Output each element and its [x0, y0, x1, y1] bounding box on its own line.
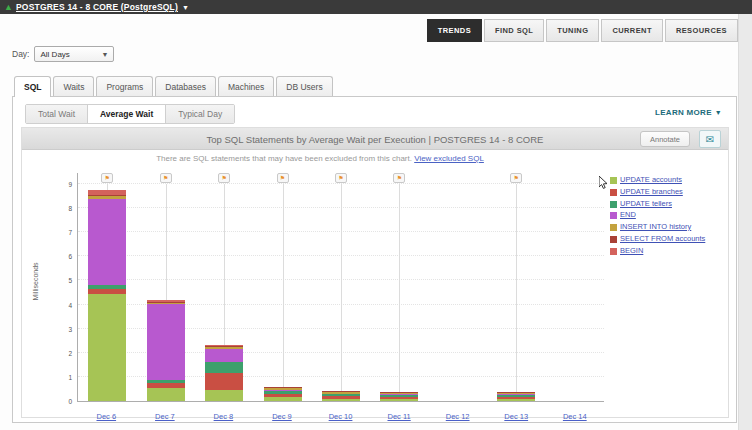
bar-segment[interactable] — [497, 399, 535, 401]
x-axis-date-link[interactable]: Dec 11 — [387, 412, 410, 421]
annotation-flag-icon[interactable]: ⚑ — [101, 173, 113, 183]
legend-item[interactable]: UPDATE accounts — [610, 176, 705, 184]
chart-column: ⚑ — [370, 173, 428, 401]
annotate-button[interactable]: Annotate — [640, 131, 690, 147]
bar-segment[interactable] — [205, 390, 243, 401]
chevron-down-icon: ▼ — [715, 109, 722, 116]
tab-waits[interactable]: Waits — [53, 76, 94, 96]
legend-sql-link[interactable]: UPDATE branches — [620, 188, 683, 196]
bar-segment[interactable] — [205, 373, 243, 390]
database-instance-link[interactable]: POSTGRES 14 - 8 CORE (PostgreSQL)▼ — [16, 1, 189, 14]
legend-sql-link[interactable]: UPDATE accounts — [620, 176, 682, 184]
stacked-bar-dec-6[interactable] — [88, 190, 126, 401]
category-tabs: SQL Waits Programs Databases Machines DB… — [14, 76, 333, 97]
learn-more-label: LEARN MORE — [655, 108, 712, 117]
day-select[interactable]: All Days ▼ — [34, 46, 114, 62]
y-tick-label: 3 — [68, 326, 72, 333]
annotation-flag-icon[interactable]: ⚑ — [277, 173, 289, 183]
bar-segment[interactable] — [88, 294, 126, 401]
chart-column: ⚑ — [195, 173, 253, 401]
nav-trends-button[interactable]: TRENDS — [427, 19, 482, 42]
x-axis-date-link[interactable]: Dec 12 — [446, 412, 470, 421]
bar-segment[interactable] — [147, 304, 185, 380]
chart-header: Top SQL Statements by Average Wait per E… — [22, 128, 728, 150]
legend-swatch — [610, 177, 617, 184]
bar-segment[interactable] — [322, 399, 360, 401]
legend-sql-link[interactable]: SELECT FROM accounts — [620, 235, 705, 243]
annotation-flag-icon[interactable]: ⚑ — [335, 173, 347, 183]
annotation-flag-icon[interactable]: ⚑ — [510, 173, 522, 183]
legend-sql-link[interactable]: BEGIN — [620, 247, 643, 255]
x-axis-date-link[interactable]: Dec 10 — [329, 412, 353, 421]
day-selector-row: Day: All Days ▼ — [12, 46, 114, 62]
x-axis-date-link[interactable]: Dec 9 — [272, 412, 292, 421]
legend-item[interactable]: INSERT INTO history — [610, 223, 705, 231]
chart-column: ⚑ — [78, 173, 136, 401]
x-label-cell: Dec 13 — [487, 405, 546, 423]
legend-item[interactable]: SELECT FROM accounts — [610, 235, 705, 243]
chart-column: ⚑ — [312, 173, 370, 401]
tab-programs[interactable]: Programs — [96, 76, 153, 96]
legend-sql-link[interactable]: INSERT INTO history — [620, 223, 691, 231]
legend-swatch — [610, 236, 617, 243]
y-tick-label: 7 — [68, 229, 72, 236]
nav-tuning-button[interactable]: TUNING — [546, 19, 599, 42]
y-tick-label: 5 — [68, 277, 72, 284]
stacked-bar-dec-9[interactable] — [264, 387, 302, 401]
tab-machines[interactable]: Machines — [218, 76, 274, 96]
bar-segment[interactable] — [205, 362, 243, 373]
nav-current-button[interactable]: CURRENT — [601, 19, 662, 42]
annotation-flag-icon[interactable]: ⚑ — [218, 173, 230, 183]
stacked-bar-dec-10[interactable] — [322, 391, 360, 401]
x-axis-date-link[interactable]: Dec 8 — [214, 412, 234, 421]
legend-sql-link[interactable]: END — [620, 211, 636, 219]
learn-more-menu[interactable]: LEARN MORE▼ — [655, 108, 722, 117]
x-axis-date-link[interactable]: Dec 13 — [504, 412, 528, 421]
x-label-cell: Dec 14 — [546, 405, 605, 423]
day-select-value: All Days — [40, 50, 69, 59]
bar-segment[interactable] — [205, 349, 243, 362]
x-axis-date-link[interactable]: Dec 14 — [563, 412, 587, 421]
view-excluded-sql-link[interactable]: View excluded SQL — [414, 154, 484, 163]
toggle-average-wait[interactable]: Average Wait — [88, 105, 166, 123]
y-tick-label: 8 — [68, 205, 72, 212]
toggle-typical-day[interactable]: Typical Day — [166, 105, 234, 123]
legend-item[interactable]: BEGIN — [610, 247, 705, 255]
nav-find-sql-button[interactable]: FIND SQL — [484, 19, 544, 42]
legend-swatch — [610, 189, 617, 196]
tab-sql[interactable]: SQL — [14, 76, 51, 97]
top-bar: ▲ POSTGRES 14 - 8 CORE (PostgreSQL)▼ — [0, 0, 752, 14]
annotation-flag-icon[interactable]: ⚑ — [160, 173, 172, 183]
legend-swatch — [610, 201, 617, 208]
stacked-bar-dec-11[interactable] — [380, 392, 418, 401]
tab-databases[interactable]: Databases — [155, 76, 216, 96]
chart-column — [546, 173, 604, 401]
bar-segment[interactable] — [88, 199, 126, 285]
x-axis-date-link[interactable]: Dec 6 — [96, 412, 116, 421]
y-tick-label: 2 — [68, 350, 72, 357]
y-tick-label: 6 — [68, 253, 72, 260]
envelope-icon: ✉ — [706, 134, 714, 145]
wait-view-toggle: Total Wait Average Wait Typical Day — [25, 104, 235, 124]
nav-resources-button[interactable]: RESOURCES — [665, 19, 738, 42]
bar-segment[interactable] — [147, 388, 185, 401]
annotation-guide-line — [516, 184, 517, 401]
legend-item[interactable]: UPDATE tellers — [610, 200, 705, 208]
chart-column: ⚑ — [136, 173, 194, 401]
legend-item[interactable]: UPDATE branches — [610, 188, 705, 196]
stacked-bar-dec-13[interactable] — [497, 392, 535, 401]
legend-sql-link[interactable]: UPDATE tellers — [620, 200, 672, 208]
toggle-total-wait[interactable]: Total Wait — [26, 105, 88, 123]
tab-db-users[interactable]: DB Users — [276, 76, 332, 96]
x-axis-date-link[interactable]: Dec 7 — [155, 412, 175, 421]
annotation-guide-line — [283, 184, 284, 401]
annotation-guide-line — [399, 184, 400, 401]
stacked-bar-dec-8[interactable] — [205, 345, 243, 401]
bar-segment[interactable] — [264, 397, 302, 401]
legend-item[interactable]: END — [610, 211, 705, 219]
plot-area: ⚑⚑⚑⚑⚑⚑⚑ — [77, 173, 604, 402]
annotation-flag-icon[interactable]: ⚑ — [393, 173, 405, 183]
bar-segment[interactable] — [380, 399, 418, 401]
stacked-bar-dec-7[interactable] — [147, 300, 185, 401]
email-chart-button[interactable]: ✉ — [699, 130, 721, 148]
